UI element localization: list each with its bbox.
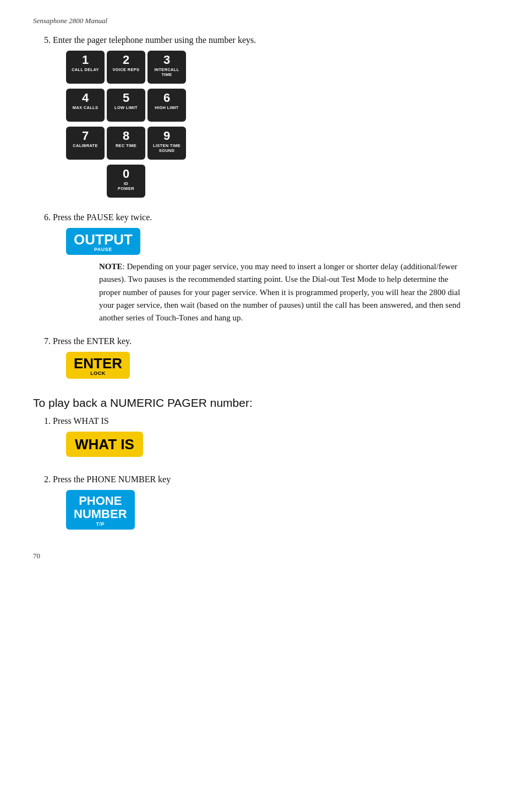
keypad: 1 CALL DELAY 2 VOICE REPS 3 INTERCALL TI… [66,51,186,200]
playback-step-2-block: 2. Press the PHONE NUMBER key PHONE NUMB… [33,475,492,535]
step-5-block: 5. Enter the pager telephone number usin… [33,35,492,200]
step-6-text: 6. Press the PAUSE key twice. [44,212,492,222]
step-5-text: 5. Enter the pager telephone number usin… [44,35,492,45]
page-number: 70 [33,552,492,560]
whatis-button[interactable]: WHAT IS [66,432,143,457]
key-0[interactable]: 0 IDPOWER [107,165,145,198]
key-9[interactable]: 9 LISTEN TIME SOUND [147,127,186,160]
key-5[interactable]: 5 LOW LIMIT [107,89,145,122]
playback-section-heading: To play back a NUMERIC PAGER number: [33,396,492,410]
playback-step-2-text: 2. Press the PHONE NUMBER key [44,475,492,484]
playback-step-1-text: 1. Press WHAT IS [44,416,492,426]
playback-step-1-block: 1. Press WHAT IS WHAT IS [33,416,492,462]
step-6-block: 6. Press the PAUSE key twice. OUTPUT PAU… [33,212,492,324]
key-8[interactable]: 8 REC TIME [107,127,145,160]
key-3[interactable]: 3 INTERCALL TIME [147,51,186,84]
step-7-text: 7. Press the ENTER key. [44,336,492,346]
step-6-note: NOTE: Depending on your pager service, y… [99,260,470,324]
page-header: Sensaphone 2800 Manual [33,17,492,25]
key-6[interactable]: 6 HIGH LIMIT [147,89,186,122]
key-7[interactable]: 7 CALIBRATE [66,127,105,160]
output-pause-button[interactable]: OUTPUT PAUSE [66,228,140,255]
key-4[interactable]: 4 MAX CALLS [66,89,105,122]
key-2[interactable]: 2 VOICE REPS [107,51,145,84]
key-1[interactable]: 1 CALL DELAY [66,51,105,84]
enter-lock-button[interactable]: ENTER LOCK [66,352,130,379]
step-7-block: 7. Press the ENTER key. ENTER LOCK [33,336,492,384]
phone-number-button[interactable]: PHONE NUMBER T/P [66,490,135,529]
